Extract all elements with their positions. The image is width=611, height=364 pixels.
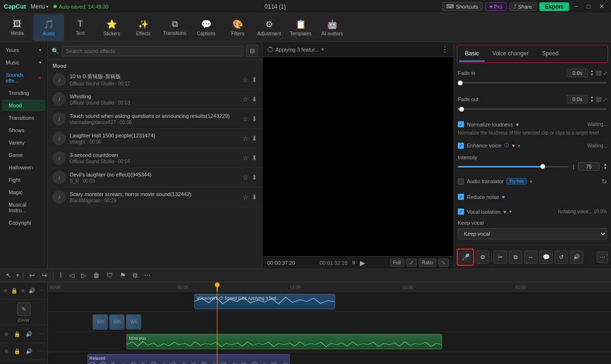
pro-button[interactable]: ♥ Pro (485, 2, 507, 11)
timeline-more1-button[interactable]: ⋯ (39, 288, 44, 294)
share-button[interactable]: ⤴ Share (509, 2, 536, 11)
sound-download-btn-3[interactable]: ⬇ (252, 135, 257, 142)
sound-favorite-btn-2[interactable]: ☆ (242, 115, 249, 123)
timeline-eye-button[interactable]: 👁 (21, 288, 26, 294)
fit-button[interactable]: ⤢ (406, 259, 417, 267)
sound-item-3[interactable]: ♪ Laughter Hall 1500 people(1231474) str… (48, 129, 262, 148)
sound-item-0[interactable]: ♪ 10 to 0-剪辑版-剪辑版 Official Sound Studio … (48, 70, 262, 90)
fade-out-down-icon[interactable]: ▼ (590, 99, 594, 103)
mic-settings-button[interactable]: ⚙ (476, 250, 489, 264)
fade-in-slider-container[interactable] (458, 79, 607, 88)
sidebar-item-yours[interactable]: Yours▾ (2, 44, 45, 56)
timeline-lock2-button[interactable]: 🔒 (14, 331, 21, 337)
fade-in-down-icon[interactable]: ▼ (590, 73, 594, 77)
fullscreen-button[interactable]: Full (390, 259, 404, 267)
sound-item-6[interactable]: ♪ Scary monster scream, horror movie sou… (48, 187, 262, 207)
sound-download-btn-2[interactable]: ⬇ (252, 115, 257, 123)
ratio-button[interactable]: Ratio (419, 259, 436, 267)
sidebar-item-sounds-effects[interactable]: Sounds effe...✕ (2, 69, 45, 86)
normalize-checkbox[interactable]: ✓ (458, 121, 464, 127)
sidebar-item-game[interactable]: Game (2, 149, 45, 161)
sound-download-btn-5[interactable]: ⬇ (252, 174, 257, 181)
trim-right-button[interactable]: ▷ (79, 270, 88, 280)
timeline-add-track2-button[interactable]: ⊕ (4, 331, 9, 337)
sound-favorite-btn-4[interactable]: ☆ (242, 154, 249, 162)
mic-button[interactable]: 🎤 (459, 250, 472, 264)
intensity-down-icon[interactable]: ▼ (603, 166, 607, 170)
export-button[interactable]: Export (539, 2, 569, 11)
timeline-audio1-button[interactable]: 🔊 (29, 288, 35, 294)
audio-loop-button[interactable]: ↺ (555, 250, 568, 264)
fade-out-spinners[interactable]: ▲ ▼ (590, 95, 594, 103)
maximize-button[interactable]: □ (584, 2, 593, 11)
menu-button[interactable]: Menu ▾ (31, 3, 49, 10)
sound-item-5[interactable]: ♪ Devil's laughter (no effect)(945344) S… (48, 168, 262, 187)
tab-speed[interactable]: Speed (536, 46, 564, 62)
undo-button[interactable]: ↩ (27, 270, 37, 280)
timeline-lock-button[interactable]: 🔒 (11, 288, 18, 294)
sidebar-item-copyright[interactable]: Copyright (2, 217, 45, 229)
fade-out-slider[interactable] (458, 108, 607, 110)
sound-favorite-btn-0[interactable]: ☆ (242, 76, 249, 83)
more-tools-button[interactable]: ⋯ (142, 270, 153, 280)
sidebar-item-mood[interactable]: Mood (2, 100, 45, 111)
timeline-add-track-button[interactable]: ⊕ (3, 288, 8, 294)
voiceover-clip[interactable]: Voiceover1 ⏱ Speed 0.6X Applying 3 feat.… (194, 294, 335, 309)
timeline-more2-button[interactable]: ⋯ (38, 331, 43, 337)
preview-dropdown-icon[interactable]: ▾ (321, 46, 324, 52)
tool-audio[interactable]: 🎵 Audio (33, 14, 64, 41)
sidebar-item-trending[interactable]: Trending (2, 87, 45, 99)
audio-translator-dropdown-icon[interactable]: ▾ (530, 179, 532, 184)
tab-voice-changer[interactable]: Voice changer (486, 46, 534, 62)
enhance-voice-checkbox[interactable]: ✓ (458, 143, 464, 149)
preview-play-button[interactable]: ▶ (360, 259, 365, 267)
tool-text[interactable]: T Text (65, 14, 95, 41)
intensity-slider-thumb[interactable] (540, 164, 545, 169)
timeline-audio3-button[interactable]: 🔊 (26, 348, 32, 354)
audio-more-button[interactable]: ⋯ (597, 251, 608, 263)
sound-download-btn-1[interactable]: ⬇ (252, 95, 257, 103)
audio-trim-button[interactable]: ↔ (524, 250, 537, 264)
tool-templates[interactable]: 📋 Templates (285, 14, 316, 41)
intensity-slider[interactable] (458, 166, 569, 167)
audio-translator-checkbox[interactable] (458, 178, 464, 185)
protect-button[interactable]: 🛡 (105, 270, 115, 280)
sidebar-item-variety[interactable]: Variety (2, 137, 45, 148)
sound-favorite-btn-6[interactable]: ☆ (242, 193, 249, 201)
keep-vocal-dropdown[interactable]: Keep vocal Keep background Both (458, 228, 607, 239)
tool-effects[interactable]: ✨ Effects (128, 14, 158, 41)
timeline-audio2-button[interactable]: 🔊 (26, 331, 32, 337)
timeline-more3-button[interactable]: ⋯ (38, 348, 43, 354)
minimize-button[interactable]: − (572, 2, 581, 11)
shortcuts-button[interactable]: ⌨ Shortcuts (442, 2, 482, 11)
enhance-info-icon[interactable]: ⓘ (504, 142, 509, 149)
audio-split-button[interactable]: ⧉ (509, 250, 522, 264)
sound-item-1[interactable]: ♪ Whistling Official Sound Studio · 00:0… (48, 90, 262, 109)
flag-button[interactable]: ⚑ (118, 270, 128, 280)
sound-download-btn-0[interactable]: ⬇ (252, 76, 257, 83)
sound-item-2[interactable]: ♪ Touch sound when asking questions or a… (48, 109, 262, 129)
expand-button[interactable]: ⤡ (438, 259, 449, 267)
filter-button[interactable]: ⊟ (246, 45, 258, 57)
tool-transitions[interactable]: ⧉ Transitions (159, 14, 190, 41)
fade-in-slider[interactable] (458, 82, 607, 83)
tool-filters[interactable]: 🎨 Filters (222, 14, 253, 41)
audio-volume-button[interactable]: 🔊 (570, 250, 583, 264)
sidebar-item-musical-instr[interactable]: Musical Instru... (2, 199, 45, 216)
cover-edit-icon[interactable]: ✎ (17, 302, 31, 316)
fade-in-slider-thumb[interactable] (458, 81, 463, 85)
tool-stickers[interactable]: ⭐ Stickers (96, 14, 127, 41)
intensity-spinners[interactable]: ▲ ▼ (603, 163, 607, 170)
sidebar-item-halloween[interactable]: Halloween (2, 162, 45, 173)
delete-button[interactable]: 🗑 (91, 270, 102, 280)
sound-download-btn-6[interactable]: ⬇ (252, 193, 257, 201)
timeline-lock3-button[interactable]: 🔒 (14, 348, 21, 354)
tab-basic[interactable]: Basic (459, 46, 485, 62)
audio-caption-button[interactable]: 💬 (539, 250, 553, 264)
audio-cut-button[interactable]: ✂ (494, 250, 507, 264)
audio-translator-badge[interactable]: Try free (506, 178, 527, 185)
sidebar-item-shows[interactable]: Shows (2, 125, 45, 136)
copy-button[interactable]: ⧉ (131, 270, 139, 281)
audio-translator-refresh-icon[interactable]: ↻ (601, 177, 607, 185)
sound-item-4[interactable]: ♪ 3-second countdown Official Sound Stud… (48, 148, 262, 168)
